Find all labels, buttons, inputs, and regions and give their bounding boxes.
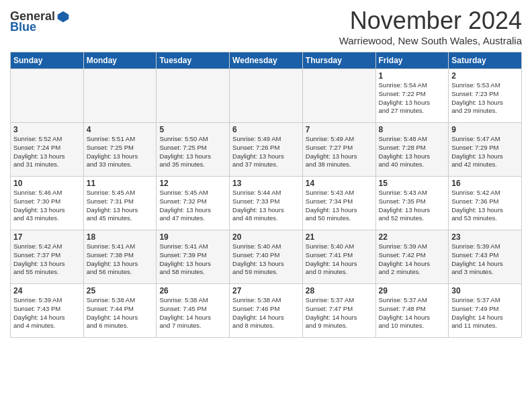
calendar-cell: 9Sunrise: 5:47 AM Sunset: 7:29 PM Daylig… [449, 123, 522, 177]
calendar-cell: 22Sunrise: 5:39 AM Sunset: 7:42 PM Dayli… [375, 230, 449, 284]
title-area: November 2024 Warriewood, New South Wale… [339, 7, 522, 46]
day-number: 6 [232, 125, 300, 134]
calendar-cell: 15Sunrise: 5:43 AM Sunset: 7:35 PM Dayli… [375, 177, 449, 230]
calendar-cell: 17Sunrise: 5:42 AM Sunset: 7:37 PM Dayli… [11, 230, 84, 284]
day-number: 9 [451, 125, 519, 134]
calendar-cell [157, 69, 230, 123]
calendar-cell: 19Sunrise: 5:41 AM Sunset: 7:39 PM Dayli… [157, 230, 230, 284]
calendar-cell [83, 69, 157, 123]
calendar-cell: 24Sunrise: 5:39 AM Sunset: 7:43 PM Dayli… [11, 284, 84, 338]
day-info: Sunrise: 5:41 AM Sunset: 7:39 PM Dayligh… [159, 242, 226, 277]
calendar-cell: 18Sunrise: 5:41 AM Sunset: 7:38 PM Dayli… [83, 230, 157, 284]
day-info: Sunrise: 5:45 AM Sunset: 7:31 PM Dayligh… [87, 189, 154, 223]
calendar-cell: 2Sunrise: 5:53 AM Sunset: 7:23 PM Daylig… [449, 69, 522, 123]
location: Warriewood, New South Wales, Australia [339, 35, 522, 46]
day-number: 26 [159, 286, 226, 295]
day-info: Sunrise: 5:38 AM Sunset: 7:44 PM Dayligh… [87, 296, 154, 330]
day-number: 13 [232, 179, 300, 188]
calendar-cell: 12Sunrise: 5:45 AM Sunset: 7:32 PM Dayli… [157, 177, 230, 230]
day-info: Sunrise: 5:39 AM Sunset: 7:43 PM Dayligh… [13, 296, 81, 330]
day-info: Sunrise: 5:38 AM Sunset: 7:45 PM Dayligh… [159, 296, 226, 330]
day-info: Sunrise: 5:38 AM Sunset: 7:46 PM Dayligh… [232, 296, 300, 330]
day-number: 23 [451, 232, 519, 242]
day-info: Sunrise: 5:46 AM Sunset: 7:30 PM Dayligh… [13, 189, 81, 223]
day-info: Sunrise: 5:49 AM Sunset: 7:26 PM Dayligh… [232, 135, 300, 169]
day-number: 22 [379, 232, 446, 242]
calendar-cell: 14Sunrise: 5:43 AM Sunset: 7:34 PM Dayli… [302, 177, 375, 230]
day-info: Sunrise: 5:43 AM Sunset: 7:34 PM Dayligh… [306, 189, 373, 223]
day-number: 18 [87, 232, 154, 242]
calendar-cell: 30Sunrise: 5:37 AM Sunset: 7:49 PM Dayli… [449, 284, 522, 338]
calendar-cell: 16Sunrise: 5:42 AM Sunset: 7:36 PM Dayli… [449, 177, 522, 230]
day-number: 3 [13, 125, 81, 134]
calendar-cell: 20Sunrise: 5:40 AM Sunset: 7:40 PM Dayli… [230, 230, 303, 284]
calendar-cell: 10Sunrise: 5:46 AM Sunset: 7:30 PM Dayli… [11, 177, 84, 230]
day-number: 19 [159, 232, 226, 242]
day-info: Sunrise: 5:50 AM Sunset: 7:25 PM Dayligh… [159, 135, 226, 169]
day-info: Sunrise: 5:40 AM Sunset: 7:41 PM Dayligh… [306, 242, 373, 277]
day-number: 30 [451, 286, 519, 295]
calendar-cell: 21Sunrise: 5:40 AM Sunset: 7:41 PM Dayli… [302, 230, 375, 284]
day-number: 29 [379, 286, 446, 295]
calendar-cell: 4Sunrise: 5:51 AM Sunset: 7:25 PM Daylig… [83, 123, 157, 177]
day-number: 15 [379, 179, 446, 188]
day-number: 20 [232, 232, 300, 242]
day-info: Sunrise: 5:43 AM Sunset: 7:35 PM Dayligh… [379, 189, 446, 223]
calendar-cell: 1Sunrise: 5:54 AM Sunset: 7:22 PM Daylig… [375, 69, 449, 123]
day-info: Sunrise: 5:41 AM Sunset: 7:38 PM Dayligh… [87, 242, 154, 277]
day-header-saturday: Saturday [449, 52, 522, 69]
calendar-week-2: 3Sunrise: 5:52 AM Sunset: 7:24 PM Daylig… [11, 123, 522, 177]
day-number: 21 [306, 232, 373, 242]
day-info: Sunrise: 5:39 AM Sunset: 7:42 PM Dayligh… [379, 242, 446, 277]
day-number: 28 [306, 286, 373, 295]
day-header-wednesday: Wednesday [230, 52, 303, 69]
calendar-cell: 28Sunrise: 5:37 AM Sunset: 7:47 PM Dayli… [302, 284, 375, 338]
day-number: 11 [87, 179, 154, 188]
day-number: 10 [13, 179, 81, 188]
day-info: Sunrise: 5:52 AM Sunset: 7:24 PM Dayligh… [13, 135, 81, 169]
day-number: 5 [159, 125, 226, 134]
day-info: Sunrise: 5:45 AM Sunset: 7:32 PM Dayligh… [159, 189, 226, 223]
calendar-cell: 7Sunrise: 5:49 AM Sunset: 7:27 PM Daylig… [302, 123, 375, 177]
day-info: Sunrise: 5:42 AM Sunset: 7:37 PM Dayligh… [13, 242, 81, 277]
day-number: 14 [306, 179, 373, 188]
calendar-week-4: 17Sunrise: 5:42 AM Sunset: 7:37 PM Dayli… [11, 230, 522, 284]
day-info: Sunrise: 5:51 AM Sunset: 7:25 PM Dayligh… [87, 135, 154, 169]
day-info: Sunrise: 5:39 AM Sunset: 7:43 PM Dayligh… [451, 242, 519, 277]
day-number: 2 [451, 71, 519, 81]
calendar-week-3: 10Sunrise: 5:46 AM Sunset: 7:30 PM Dayli… [11, 177, 522, 230]
day-info: Sunrise: 5:53 AM Sunset: 7:23 PM Dayligh… [451, 81, 519, 116]
logo-icon [56, 10, 70, 24]
day-header-friday: Friday [375, 52, 449, 69]
calendar-cell: 23Sunrise: 5:39 AM Sunset: 7:43 PM Dayli… [449, 230, 522, 284]
day-info: Sunrise: 5:48 AM Sunset: 7:28 PM Dayligh… [379, 135, 446, 169]
calendar-cell [11, 69, 84, 123]
day-number: 17 [13, 232, 81, 242]
day-number: 8 [379, 125, 446, 134]
day-info: Sunrise: 5:37 AM Sunset: 7:47 PM Dayligh… [306, 296, 373, 330]
day-number: 7 [306, 125, 373, 134]
day-info: Sunrise: 5:40 AM Sunset: 7:40 PM Dayligh… [232, 242, 300, 277]
day-number: 27 [232, 286, 300, 295]
main-container: General Blue November 2024 Warriewood, N… [0, 0, 532, 341]
day-header-sunday: Sunday [11, 52, 84, 69]
day-number: 16 [451, 179, 519, 188]
calendar-cell [230, 69, 303, 123]
day-number: 4 [87, 125, 154, 134]
day-number: 1 [379, 71, 446, 81]
day-info: Sunrise: 5:47 AM Sunset: 7:29 PM Dayligh… [451, 135, 519, 169]
calendar-cell: 3Sunrise: 5:52 AM Sunset: 7:24 PM Daylig… [11, 123, 84, 177]
day-header-thursday: Thursday [302, 52, 375, 69]
header: General Blue November 2024 Warriewood, N… [10, 7, 522, 46]
calendar-week-1: 1Sunrise: 5:54 AM Sunset: 7:22 PM Daylig… [11, 69, 522, 123]
header-row: SundayMondayTuesdayWednesdayThursdayFrid… [11, 52, 522, 69]
day-number: 25 [87, 286, 154, 295]
day-info: Sunrise: 5:44 AM Sunset: 7:33 PM Dayligh… [232, 189, 300, 223]
calendar-cell: 8Sunrise: 5:48 AM Sunset: 7:28 PM Daylig… [375, 123, 449, 177]
day-number: 24 [13, 286, 81, 295]
calendar-cell: 29Sunrise: 5:37 AM Sunset: 7:48 PM Dayli… [375, 284, 449, 338]
day-header-monday: Monday [83, 52, 157, 69]
calendar-cell: 25Sunrise: 5:38 AM Sunset: 7:44 PM Dayli… [83, 284, 157, 338]
calendar-cell: 11Sunrise: 5:45 AM Sunset: 7:31 PM Dayli… [83, 177, 157, 230]
day-info: Sunrise: 5:37 AM Sunset: 7:49 PM Dayligh… [451, 296, 519, 330]
